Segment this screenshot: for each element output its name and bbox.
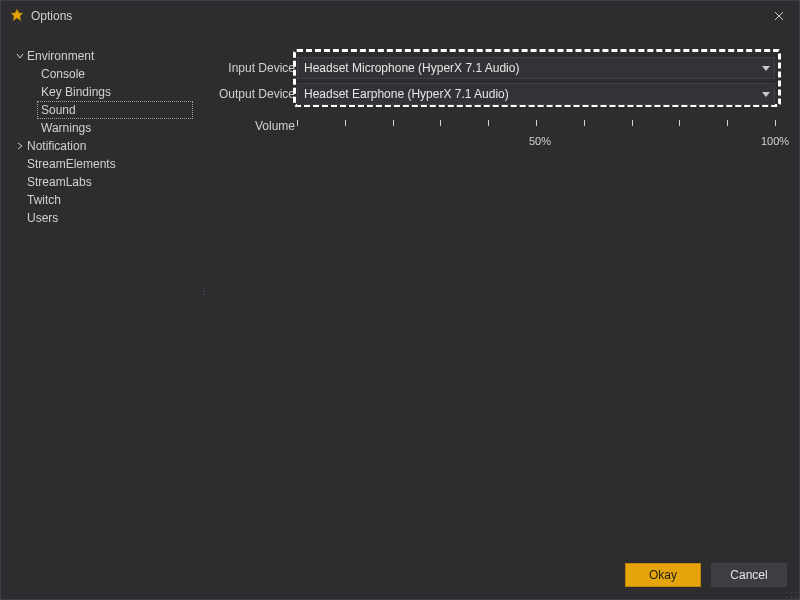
window-title: Options <box>31 9 72 23</box>
row-input-device: Input Device Headset Microphone (HyperX … <box>215 55 775 81</box>
ok-button[interactable]: Okay <box>625 563 701 587</box>
tree-warnings[interactable]: Warnings <box>37 119 193 137</box>
tree-label: StreamLabs <box>27 175 92 189</box>
tree-notification[interactable]: Notification <box>9 137 193 155</box>
chevron-right-icon[interactable] <box>13 142 27 150</box>
nav-tree: Environment Console Key Bindings Sound W… <box>1 31 201 551</box>
row-volume: Volume <box>215 117 775 149</box>
tick-label-mid: 50% <box>529 135 551 147</box>
combo-value: Headset Microphone (HyperX 7.1 Audio) <box>304 61 519 75</box>
tree-sound[interactable]: Sound <box>37 101 193 119</box>
tree-label: Notification <box>27 139 86 153</box>
cancel-button[interactable]: Cancel <box>711 563 787 587</box>
tree-label: StreamElements <box>27 157 116 171</box>
tree-streamelements[interactable]: StreamElements <box>9 155 193 173</box>
options-window: Options Environment Console Key Bindings <box>0 0 800 600</box>
output-device-label: Output Device <box>215 87 297 101</box>
tree-twitch[interactable]: Twitch <box>9 191 193 209</box>
tree-label: Environment <box>27 49 94 63</box>
tree-console[interactable]: Console <box>37 65 193 83</box>
ok-button-label: Okay <box>649 568 677 582</box>
body: Environment Console Key Bindings Sound W… <box>1 31 799 551</box>
combo-value: Headset Earphone (HyperX 7.1 Audio) <box>304 87 509 101</box>
app-icon <box>9 8 25 24</box>
chevron-down-icon <box>762 87 770 101</box>
cancel-button-label: Cancel <box>730 568 767 582</box>
tree-label: Users <box>27 211 58 225</box>
close-button[interactable] <box>759 1 799 31</box>
tree-label: Key Bindings <box>41 85 111 99</box>
tree-users[interactable]: Users <box>9 209 193 227</box>
chevron-down-icon[interactable] <box>13 52 27 60</box>
tree-label: Twitch <box>27 193 61 207</box>
tree-key-bindings[interactable]: Key Bindings <box>37 83 193 101</box>
volume-slider[interactable] <box>297 120 775 132</box>
tree-label: Sound <box>41 103 76 117</box>
output-device-combo[interactable]: Headset Earphone (HyperX 7.1 Audio) <box>297 83 775 105</box>
tree-streamlabs[interactable]: StreamLabs <box>9 173 193 191</box>
svg-marker-0 <box>11 9 23 21</box>
sound-panel: Input Device Headset Microphone (HyperX … <box>207 31 799 551</box>
tree-label: Warnings <box>41 121 91 135</box>
input-device-combo[interactable]: Headset Microphone (HyperX 7.1 Audio) <box>297 57 775 79</box>
grip-icon: ··· <box>203 287 206 296</box>
titlebar[interactable]: Options <box>1 1 799 31</box>
button-bar: Okay Cancel <box>1 551 799 599</box>
input-device-label: Input Device <box>215 61 297 75</box>
tick-label-max: 100% <box>761 135 789 147</box>
chevron-down-icon <box>762 61 770 75</box>
row-output-device: Output Device Headset Earphone (HyperX 7… <box>215 81 775 107</box>
tree-label: Console <box>41 67 85 81</box>
tree-environment[interactable]: Environment <box>9 47 193 65</box>
volume-label: Volume <box>215 119 297 133</box>
